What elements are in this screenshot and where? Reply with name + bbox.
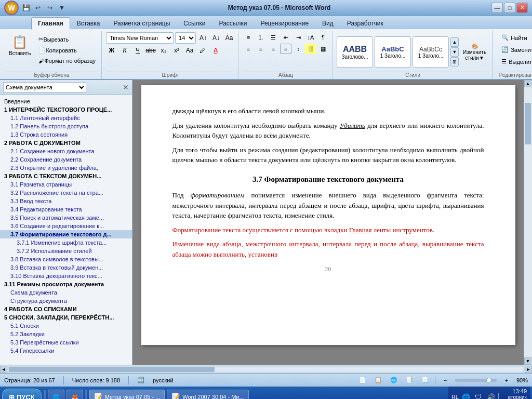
taskbar-word1-button[interactable]: 📝 Метод указ 07.05 - ... — [89, 390, 165, 399]
nav-item-1[interactable]: 1 ИНТЕРФЕЙС ТЕКСТОВОГО ПРОЦЕ... — [0, 105, 132, 114]
redo-qa-button[interactable]: ↪ — [45, 3, 55, 13]
font-size-select[interactable]: 14 — [175, 32, 196, 44]
zoom-out-button[interactable]: − — [440, 375, 451, 385]
nav-item-15[interactable]: 3.6 Создание и редактирование к... — [0, 222, 132, 230]
replace-button[interactable]: 🔄 Заменить — [497, 44, 532, 55]
view-outline-button[interactable]: 📑 — [404, 375, 415, 385]
nav-item-5[interactable]: 2 РАБОТА С ДОКУМЕНТОМ — [0, 139, 132, 147]
bold-button[interactable]: Ж — [106, 45, 117, 56]
taskbar-browser-button[interactable]: 🦊 — [66, 390, 83, 399]
scroll-thumb[interactable] — [525, 103, 531, 144]
scroll-down-button[interactable]: ▼ — [524, 357, 531, 365]
increase-font-button[interactable]: A↑ — [197, 32, 209, 44]
tab-references[interactable]: Ссылки — [177, 17, 212, 29]
qa-dropdown-button[interactable]: ▼ — [57, 3, 67, 13]
strikethrough-button[interactable]: abc — [145, 45, 156, 56]
nav-item-10[interactable]: 3.1 Разметка страницы — [0, 180, 132, 189]
taskbar-ie-icon[interactable]: 🌐 — [48, 390, 64, 399]
styles-expand[interactable]: ⊞ — [450, 57, 459, 66]
copy-button[interactable]: 📄 Копировать — [36, 45, 98, 55]
numbering-button[interactable]: 1. — [255, 32, 267, 43]
start-button[interactable]: ⊞ ПУСК — [2, 389, 42, 399]
scroll-track[interactable] — [524, 87, 532, 357]
minimize-button[interactable]: — — [491, 3, 503, 13]
align-left-button[interactable]: ≡ — [243, 44, 254, 54]
horizontal-scrollbar[interactable]: ◄ ► — [0, 365, 532, 373]
nav-item-0[interactable]: Введение — [0, 97, 132, 105]
save-qa-button[interactable]: 💾 — [21, 3, 31, 13]
nav-item-28[interactable]: 5.2 Закладки — [0, 330, 132, 338]
tab-mailings[interactable]: Рассылки — [212, 17, 254, 29]
align-center-button[interactable]: ≡ — [255, 44, 267, 54]
nav-item-11[interactable]: 3.2 Расположение текста на стра... — [0, 189, 132, 197]
view-draft-button[interactable]: 📃 — [419, 375, 431, 385]
find-button[interactable]: 🔍 Найти — [497, 32, 532, 43]
styles-scroll-down[interactable]: ▼ — [450, 47, 459, 57]
clear-format-button[interactable]: Aa — [223, 32, 235, 44]
maximize-button[interactable]: □ — [504, 3, 515, 13]
scroll-right-button[interactable]: ► — [525, 366, 532, 373]
nav-item-25[interactable]: 4 РАБОТА СО СПИСКАМИ — [0, 305, 132, 313]
nav-item-14[interactable]: 3.5 Поиск и автоматическая заме... — [0, 214, 132, 222]
nav-item-9[interactable]: 3 РАБОТА С ТЕКСТОМ ДОКУМЕН... — [0, 172, 132, 180]
style-heading3[interactable]: AaBbCc 1 Заголо... — [413, 36, 449, 68]
nav-item-12[interactable]: 3.3 Ввод текста — [0, 197, 132, 205]
nav-item-2[interactable]: 1.1 Ленточный интерфейс — [0, 114, 132, 122]
nav-item-13[interactable]: 3.4 Редактирование текста — [0, 205, 132, 214]
line-spacing-button[interactable]: ↕ — [292, 44, 304, 54]
view-fullscreen-button[interactable]: 📋 — [373, 375, 384, 385]
nav-item-18[interactable]: 3.7.2 Использование стилей — [0, 247, 132, 255]
view-web-button[interactable]: 🌐 — [388, 375, 400, 385]
sidebar-mode-select[interactable]: Схема документа — [3, 82, 86, 92]
paste-button[interactable]: 📋 Вставить — [5, 32, 34, 59]
superscript-button[interactable]: x² — [171, 45, 182, 56]
underline-button[interactable]: Ч — [132, 45, 143, 56]
sort-button[interactable]: ↕A — [305, 32, 316, 43]
vertical-scrollbar[interactable]: ▲ ▼ — [524, 80, 532, 365]
nav-item-29[interactable]: 5.3 Перекрёстные ссылки — [0, 338, 132, 347]
style-heading1[interactable]: AABB Заголово... — [337, 36, 373, 68]
text-effect-button[interactable]: Аа — [184, 45, 195, 56]
view-print-button[interactable]: 📄 — [357, 375, 368, 385]
office-button[interactable]: W — [4, 1, 19, 15]
nav-item-17[interactable]: 3.7.1 Изменение шрифта текста... — [0, 238, 132, 247]
tab-page-layout[interactable]: Разметка страницы — [107, 17, 177, 29]
nav-item-23[interactable]: Схема документа — [0, 288, 132, 297]
font-color-button[interactable]: A̲ — [210, 45, 221, 56]
taskbar-word2-button[interactable]: 📝 Word 2007 30.04 - Ми... — [167, 390, 248, 399]
scroll-up-button[interactable]: ▲ — [524, 80, 531, 87]
nav-item-8[interactable]: 2.3 Открытие и удаление файла, — [0, 164, 132, 172]
nav-item-30[interactable]: 5.4 Гиперссылки — [0, 347, 132, 355]
shading-button[interactable]: ░ — [305, 44, 316, 54]
decrease-font-button[interactable]: A↓ — [210, 32, 222, 44]
zoom-thumb[interactable] — [486, 378, 491, 383]
nav-item-24[interactable]: Структура документа — [0, 297, 132, 305]
change-styles-button[interactable]: 🎨 Изменитьстили▼ — [460, 41, 489, 63]
nav-item-3[interactable]: 1.2 Панель быстрого доступа — [0, 122, 132, 130]
tab-review[interactable]: Рецензирование — [254, 17, 315, 29]
zoom-in-button[interactable]: + — [501, 375, 512, 385]
nav-item-16[interactable]: 3.7 Форматирование текстового д... — [0, 230, 132, 238]
select-button[interactable]: ☰ Выделить — [497, 56, 532, 67]
nav-item-22[interactable]: 3.11 Режимы просмотра документа — [0, 280, 132, 288]
style-heading2[interactable]: AaBbC 1 Заголо... — [375, 36, 411, 68]
nav-item-26[interactable]: 5 СНОСКИ, ЗАКЛАДКИ, ПЕРЕКРЁСТН... — [0, 313, 132, 322]
show-marks-button[interactable]: ¶ — [317, 32, 329, 43]
justify-button[interactable]: ≡ — [280, 44, 291, 54]
nav-item-6[interactable]: 2.1 Создание нового документа — [0, 147, 132, 155]
nav-item-19[interactable]: 3.8 Вставка символов в текстовы... — [0, 255, 132, 263]
tab-insert[interactable]: Вставка — [70, 17, 107, 29]
font-name-select[interactable]: Times New Roman — [106, 32, 174, 44]
nav-item-21[interactable]: 3.10 Вставка декоративного текс... — [0, 272, 132, 280]
increase-indent-button[interactable]: ⇥ — [292, 32, 304, 43]
sidebar-close-button[interactable]: ✕ — [123, 83, 129, 91]
close-button[interactable]: ✕ — [516, 3, 528, 13]
styles-scroll-up[interactable]: ▲ — [450, 37, 459, 47]
bullets-button[interactable]: ≡ — [243, 32, 254, 43]
tab-home[interactable]: Главная — [31, 17, 70, 30]
highlight-button[interactable]: 🖊 — [197, 45, 208, 56]
align-right-button[interactable]: ≡ — [268, 44, 279, 54]
nav-item-27[interactable]: 5.1 Сноски — [0, 322, 132, 330]
h-scroll-track[interactable] — [9, 367, 523, 372]
nav-item-20[interactable]: 3.9 Вставка в текстовый докумен... — [0, 263, 132, 272]
